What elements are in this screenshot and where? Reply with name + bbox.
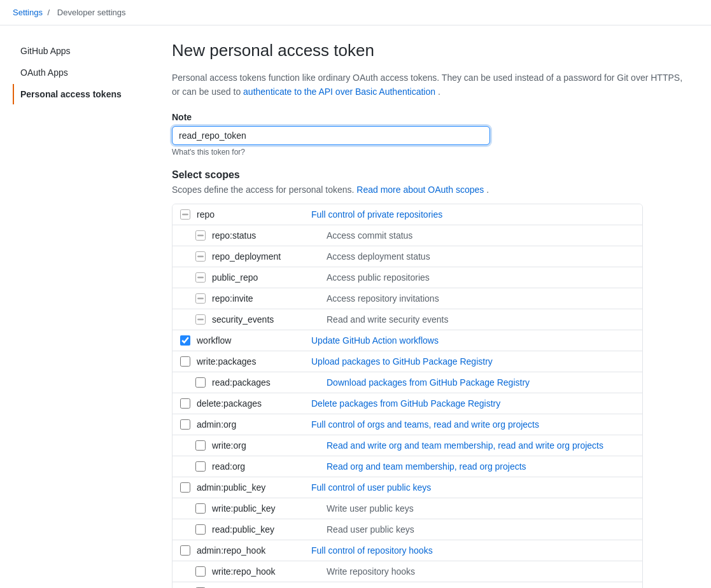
scope-row-read-org: read:orgRead org and team membership, re… — [172, 456, 642, 477]
scope-checkbox-public-repo[interactable] — [195, 272, 206, 283]
note-group: Note What's this token for? — [172, 112, 687, 157]
scope-name-security-events: security_events — [212, 314, 327, 325]
scope-name-write-repo-hook: write:repo_hook — [212, 566, 327, 577]
scope-desc-public-repo: Access public repositories — [327, 272, 430, 283]
scope-name-delete-packages: delete:packages — [197, 398, 311, 409]
page-title: New personal access token — [172, 41, 687, 60]
scope-row-read-public-key: read:public_keyRead user public keys — [172, 519, 642, 540]
scope-desc-repo-status: Access commit status — [327, 230, 412, 241]
scope-checkbox-repo-status[interactable] — [195, 230, 206, 241]
scope-checkbox-repo-deployment[interactable] — [195, 251, 206, 262]
scope-row-admin-repo-hook: admin:repo_hookFull control of repositor… — [172, 540, 642, 561]
scope-checkbox-workflow[interactable] — [180, 335, 190, 346]
scope-desc-read-packages: Download packages from GitHub Package Re… — [327, 377, 530, 388]
scope-row-public-repo: public_repoAccess public repositories — [172, 267, 642, 288]
scope-row-write-packages: write:packagesUpload packages to GitHub … — [172, 351, 642, 372]
scopes-table: repoFull control of private repositories… — [172, 204, 643, 588]
scope-desc-repo: Full control of private repositories — [311, 209, 442, 220]
scope-desc-delete-packages: Delete packages from GitHub Package Regi… — [311, 398, 500, 409]
scope-name-admin-org: admin:org — [197, 419, 311, 430]
scope-row-workflow: workflowUpdate GitHub Action workflows — [172, 330, 642, 351]
scope-desc-write-packages: Upload packages to GitHub Package Regist… — [311, 356, 493, 367]
scope-row-repo-invite: repo:inviteAccess repository invitations — [172, 288, 642, 309]
scope-name-repo-invite: repo:invite — [212, 293, 327, 304]
scope-row-repo-deployment: repo_deploymentAccess deployment status — [172, 246, 642, 267]
scope-name-repo: repo — [197, 209, 311, 220]
scope-checkbox-admin-org[interactable] — [180, 419, 190, 430]
scope-name-public-repo: public_repo — [212, 272, 327, 283]
scope-desc-read-public-key: Read user public keys — [327, 524, 414, 535]
scope-row-admin-public-key: admin:public_keyFull control of user pub… — [172, 477, 642, 498]
scope-desc-workflow: Update GitHub Action workflows — [311, 335, 439, 346]
scope-desc-security-events: Read and write security events — [327, 314, 448, 325]
scope-row-write-public-key: write:public_keyWrite user public keys — [172, 498, 642, 519]
scope-checkbox-write-repo-hook[interactable] — [195, 566, 206, 577]
scope-checkbox-repo[interactable] — [180, 209, 190, 220]
scope-checkbox-read-org[interactable] — [195, 461, 206, 472]
scope-checkbox-admin-public-key[interactable] — [180, 482, 190, 493]
scope-name-repo-deployment: repo_deployment — [212, 251, 327, 262]
scope-checkbox-write-public-key[interactable] — [195, 503, 206, 514]
scope-row-security-events: security_eventsRead and write security e… — [172, 309, 642, 330]
scope-name-read-packages: read:packages — [212, 377, 327, 388]
scopes-title: Select scopes — [172, 169, 687, 181]
scope-checkbox-write-packages[interactable] — [180, 356, 190, 367]
scope-desc-admin-public-key: Full control of user public keys — [311, 482, 431, 493]
scope-row-repo-status: repo:statusAccess commit status — [172, 225, 642, 246]
scope-checkbox-delete-packages[interactable] — [180, 398, 190, 409]
authenticate-link[interactable]: authenticate to the API over Basic Authe… — [243, 87, 435, 97]
scope-row-write-repo-hook: write:repo_hookWrite repository hooks — [172, 561, 642, 582]
description: Personal access tokens function like ord… — [172, 71, 687, 99]
scope-name-read-org: read:org — [212, 461, 327, 472]
scope-row-repo: repoFull control of private repositories — [172, 204, 642, 225]
scope-name-write-org: write:org — [212, 440, 327, 451]
scope-name-write-packages: write:packages — [197, 356, 311, 367]
scope-checkbox-read-packages[interactable] — [195, 377, 206, 388]
scope-desc-admin-repo-hook: Full control of repository hooks — [311, 545, 433, 556]
scope-checkbox-write-org[interactable] — [195, 440, 206, 451]
note-label: Note — [172, 112, 687, 122]
breadcrumb: Settings / Developer settings — [0, 0, 711, 25]
scope-row-read-repo-hook: read:repo_hookRead repository hooks — [172, 582, 642, 588]
scope-checkbox-security-events[interactable] — [195, 314, 206, 325]
scopes-desc-text1: Scopes define the access for personal to… — [172, 185, 356, 195]
scope-name-repo-status: repo:status — [212, 230, 327, 241]
scope-desc-repo-invite: Access repository invitations — [327, 293, 439, 304]
scope-desc-write-org: Read and write org and team membership, … — [327, 440, 603, 451]
sidebar-item-github-apps[interactable]: GitHub Apps — [13, 41, 153, 61]
sidebar-item-oauth-apps[interactable]: OAuth Apps — [13, 62, 153, 83]
scope-row-read-packages: read:packagesDownload packages from GitH… — [172, 372, 642, 393]
scopes-section: Select scopes Scopes define the access f… — [172, 169, 687, 588]
scope-checkbox-read-public-key[interactable] — [195, 524, 206, 535]
scope-desc-read-org: Read org and team membership, read org p… — [327, 461, 526, 472]
sidebar: GitHub AppsOAuth AppsPersonal access tok… — [13, 41, 153, 588]
scope-name-admin-public-key: admin:public_key — [197, 482, 311, 493]
scopes-desc-text2: . — [486, 185, 489, 195]
sidebar-item-personal-access-tokens[interactable]: Personal access tokens — [13, 84, 153, 104]
scope-name-write-public-key: write:public_key — [212, 503, 327, 514]
settings-link[interactable]: Settings — [13, 8, 43, 17]
main-content: New personal access token Personal acces… — [172, 41, 687, 588]
scope-name-read-public-key: read:public_key — [212, 524, 327, 535]
scopes-desc: Scopes define the access for personal to… — [172, 185, 687, 195]
description-text2: . — [438, 87, 440, 97]
scope-checkbox-repo-invite[interactable] — [195, 293, 206, 304]
scope-desc-repo-deployment: Access deployment status — [327, 251, 430, 262]
note-hint: What's this token for? — [172, 148, 687, 157]
scope-row-delete-packages: delete:packagesDelete packages from GitH… — [172, 393, 642, 414]
scope-row-write-org: write:orgRead and write org and team mem… — [172, 435, 642, 456]
scope-checkbox-admin-repo-hook[interactable] — [180, 545, 190, 556]
oauth-scopes-link[interactable]: Read more about OAuth scopes — [356, 185, 484, 195]
scope-name-admin-repo-hook: admin:repo_hook — [197, 545, 311, 556]
scope-name-workflow: workflow — [197, 335, 311, 346]
scope-desc-write-public-key: Write user public keys — [327, 503, 414, 514]
scope-row-admin-org: admin:orgFull control of orgs and teams,… — [172, 414, 642, 435]
developer-settings-label: Developer settings — [57, 8, 126, 17]
note-input[interactable] — [172, 126, 490, 145]
layout: GitHub AppsOAuth AppsPersonal access tok… — [0, 25, 700, 588]
scope-desc-write-repo-hook: Write repository hooks — [327, 566, 415, 577]
breadcrumb-separator: / — [48, 8, 50, 17]
scope-desc-admin-org: Full control of orgs and teams, read and… — [311, 419, 539, 430]
